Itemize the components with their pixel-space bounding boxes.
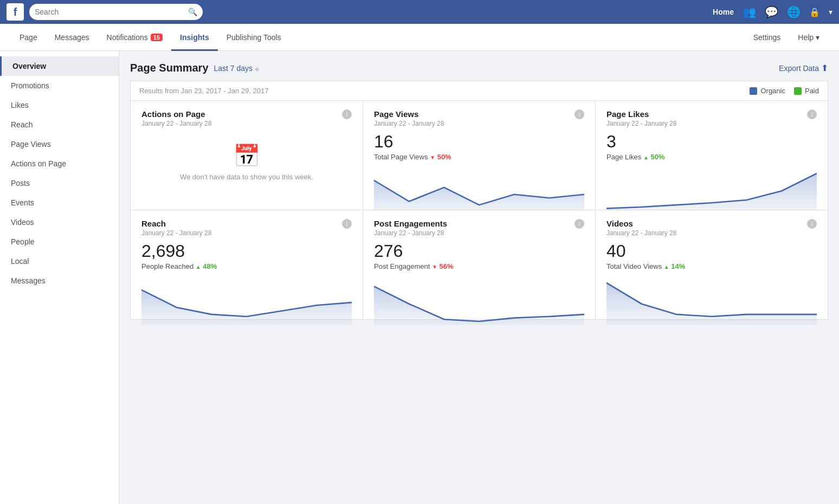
- metric-chart: [374, 166, 584, 204]
- top-nav: f 🔍 Home 👥 💬 🌐 🔒 ▾: [0, 0, 839, 24]
- sidebar-item-videos[interactable]: Videos: [0, 212, 119, 232]
- metric-card-header: Videos January 22 - January 28 i: [606, 219, 817, 237]
- metric-chart: [606, 166, 817, 204]
- sidebar-item-promotions[interactable]: Promotions: [0, 76, 119, 95]
- sidebar: Overview Promotions Likes Reach Page Vie…: [0, 51, 119, 504]
- organic-dot: [750, 87, 757, 95]
- sidebar-item-likes[interactable]: Likes: [0, 95, 119, 115]
- info-icon[interactable]: i: [807, 109, 817, 119]
- page-views-chart: [374, 166, 584, 216]
- sidebar-item-messages[interactable]: Messages: [0, 271, 119, 290]
- secondary-nav: Page Messages Notifications 15 Insights …: [0, 24, 839, 51]
- metric-title: Post Engagements: [374, 219, 447, 228]
- sidebar-item-local[interactable]: Local: [0, 251, 119, 271]
- metric-card-header: Page Views January 22 - January 28 i: [374, 109, 584, 127]
- page-likes-chart: [606, 166, 817, 216]
- metric-title: Page Likes: [606, 109, 676, 119]
- people-icon[interactable]: 👥: [743, 5, 756, 18]
- main-layout: Overview Promotions Likes Reach Page Vie…: [0, 51, 839, 504]
- top-nav-right: Home 👥 💬 🌐 🔒 ▾: [713, 5, 832, 18]
- notification-badge: 15: [151, 34, 163, 41]
- metric-card-header: Actions on Page January 22 - January 28 …: [141, 109, 352, 127]
- nav-item-publishing-tools[interactable]: Publishing Tools: [218, 24, 290, 51]
- metric-title: Page Views: [374, 109, 444, 119]
- metric-value: 16: [374, 132, 584, 152]
- nav-item-messages[interactable]: Messages: [46, 24, 98, 51]
- nav-item-page[interactable]: Page: [11, 24, 46, 51]
- messenger-icon[interactable]: 💬: [765, 5, 778, 18]
- reach-chart: [141, 276, 352, 325]
- sidebar-item-posts[interactable]: Posts: [0, 173, 119, 193]
- info-icon[interactable]: i: [575, 109, 584, 119]
- pct-change: 48%: [203, 262, 217, 270]
- metric-title: Videos: [606, 219, 676, 228]
- pct-change: 50%: [437, 153, 451, 161]
- main-content: Page Summary Last 7 days ⬦ Export Data ⬆…: [119, 51, 839, 504]
- metric-label: People Reached 48%: [141, 262, 352, 270]
- metric-date: January 22 - January 28: [606, 120, 676, 127]
- no-data-message: 📅 We don't have data to show you this we…: [141, 130, 352, 195]
- metric-date: January 22 - January 28: [374, 229, 447, 237]
- metric-chart: [141, 276, 352, 314]
- metric-card-page-likes: Page Likes January 22 - January 28 i 3 P…: [596, 101, 828, 210]
- metric-card-header: Page Likes January 22 - January 28 i: [606, 109, 817, 127]
- metric-title: Reach: [141, 219, 211, 228]
- trend-arrow-down: [432, 262, 437, 270]
- metric-card-header: Reach January 22 - January 28 i: [141, 219, 352, 237]
- metric-value: 3: [606, 132, 817, 152]
- metric-label: Page Likes 50%: [606, 153, 817, 161]
- facebook-logo: f: [7, 3, 24, 21]
- sidebar-item-people[interactable]: People: [0, 232, 119, 251]
- lock-icon[interactable]: 🔒: [809, 7, 820, 17]
- home-link[interactable]: Home: [713, 8, 734, 16]
- search-input[interactable]: [35, 8, 185, 16]
- export-data-button[interactable]: Export Data ⬆: [779, 63, 828, 73]
- nav-item-help[interactable]: Help ▾: [789, 24, 828, 51]
- metric-date: January 22 - January 28: [374, 120, 444, 127]
- metric-card-header: Post Engagements January 22 - January 28…: [374, 219, 584, 237]
- search-icon: 🔍: [188, 8, 197, 16]
- dropdown-icon[interactable]: ▾: [829, 8, 832, 16]
- metrics-grid: Actions on Page January 22 - January 28 …: [130, 100, 828, 320]
- sidebar-item-overview[interactable]: Overview: [0, 56, 119, 76]
- metric-title: Actions on Page: [141, 109, 211, 119]
- secondary-nav-right: Settings Help ▾: [745, 24, 828, 51]
- results-bar: Results from Jan 23, 2017 - Jan 29, 2017…: [130, 81, 828, 100]
- info-icon[interactable]: i: [575, 219, 584, 229]
- page-summary-title: Page Summary: [130, 62, 209, 74]
- metric-value: 276: [374, 241, 584, 261]
- metric-card-reach: Reach January 22 - January 28 i 2,698 Pe…: [131, 210, 363, 319]
- info-icon[interactable]: i: [342, 219, 352, 229]
- sidebar-item-actions-on-page[interactable]: Actions on Page: [0, 154, 119, 173]
- results-text: Results from Jan 23, 2017 - Jan 29, 2017: [139, 87, 268, 95]
- sidebar-item-reach[interactable]: Reach: [0, 115, 119, 134]
- metric-chart: [374, 276, 584, 314]
- paid-dot: [794, 87, 802, 95]
- metric-date: January 22 - January 28: [141, 229, 211, 237]
- legend-organic: Organic: [750, 87, 785, 95]
- search-bar[interactable]: 🔍: [29, 4, 203, 20]
- nav-item-settings[interactable]: Settings: [745, 24, 790, 51]
- calendar-icon: 📅: [233, 143, 260, 169]
- globe-icon[interactable]: 🌐: [787, 5, 801, 18]
- metric-card-page-views: Page Views January 22 - January 28 i 16 …: [363, 101, 595, 210]
- metric-card-videos: Videos January 22 - January 28 i 40 Tota…: [596, 210, 828, 319]
- sidebar-item-page-views[interactable]: Page Views: [0, 134, 119, 154]
- videos-chart: [606, 276, 817, 325]
- info-icon[interactable]: i: [807, 219, 817, 229]
- info-icon[interactable]: i: [342, 109, 352, 119]
- nav-item-insights[interactable]: Insights: [171, 24, 218, 51]
- sidebar-item-events[interactable]: Events: [0, 193, 119, 212]
- metric-card-post-engagements: Post Engagements January 22 - January 28…: [363, 210, 595, 319]
- metric-label: Total Page Views 50%: [374, 153, 584, 161]
- trend-arrow-up: [664, 262, 669, 270]
- nav-item-notifications[interactable]: Notifications 15: [98, 24, 172, 51]
- metric-label: Post Engagement 56%: [374, 262, 584, 270]
- date-range-button[interactable]: Last 7 days ⬦: [214, 64, 260, 73]
- trend-arrow-down: [430, 153, 435, 161]
- metric-date: January 22 - January 28: [606, 229, 676, 237]
- pct-change: 50%: [650, 153, 664, 161]
- metric-date: January 22 - January 28: [141, 120, 211, 127]
- legend: Organic Paid: [750, 87, 819, 95]
- metric-value: 2,698: [141, 241, 352, 261]
